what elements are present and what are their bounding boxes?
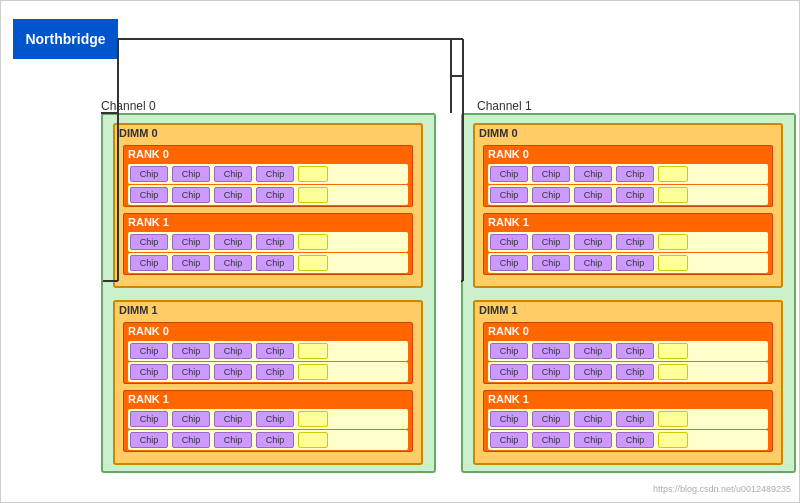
chip-placeholder: [298, 166, 328, 182]
chip: Chip: [490, 234, 528, 250]
rank0-row2: Chip Chip Chip Chip: [128, 185, 408, 205]
chip: Chip: [172, 343, 210, 359]
chip-placeholder: [658, 255, 688, 271]
channel1-dimm1-rank1-label: RANK 1: [484, 391, 772, 407]
channel1-dimm0-rank1: RANK 1 Chip Chip Chip Chip Chip Chip Chi…: [483, 213, 773, 275]
chip-placeholder: [298, 255, 328, 271]
chip: Chip: [172, 364, 210, 380]
ch1-d1-r0-row2: Chip Chip Chip Chip: [488, 362, 768, 382]
ch1-d0-r0-row1: Chip Chip Chip Chip: [488, 164, 768, 184]
chip: Chip: [172, 166, 210, 182]
chip: Chip: [574, 234, 612, 250]
channel0-dimm1-rank1: RANK 1 Chip Chip Chip Chip Chip Chip Chi…: [123, 390, 413, 452]
chip: Chip: [130, 432, 168, 448]
chip: Chip: [532, 343, 570, 359]
chip: Chip: [214, 364, 252, 380]
ch1-d1-r0-row1: Chip Chip Chip Chip: [488, 341, 768, 361]
chip: Chip: [574, 166, 612, 182]
ch1-d0-r1-row2: Chip Chip Chip Chip: [488, 253, 768, 273]
chip-placeholder: [298, 343, 328, 359]
chip: Chip: [172, 234, 210, 250]
chip: Chip: [490, 343, 528, 359]
chip: Chip: [490, 432, 528, 448]
northbridge-label: Northbridge: [25, 31, 105, 47]
chip-placeholder: [658, 166, 688, 182]
channel1-box: DIMM 0 RANK 0 Chip Chip Chip Chip Chip C…: [461, 113, 796, 473]
chip: Chip: [130, 255, 168, 271]
dimm1-rank0-row2: Chip Chip Chip Chip: [128, 362, 408, 382]
chip: Chip: [532, 166, 570, 182]
chip: Chip: [172, 432, 210, 448]
chip-placeholder: [298, 234, 328, 250]
chip-placeholder: [298, 432, 328, 448]
ch1-d0-r0-row2: Chip Chip Chip Chip: [488, 185, 768, 205]
chip: Chip: [490, 411, 528, 427]
channel0-dimm1-rank1-label: RANK 1: [124, 391, 412, 407]
dimm1-rank1-row1: Chip Chip Chip Chip: [128, 409, 408, 429]
channel0-label: Channel 0: [101, 99, 156, 113]
watermark-url: https://blog.csdn.net/u0012489235: [653, 484, 791, 494]
chip: Chip: [490, 255, 528, 271]
chip: Chip: [532, 432, 570, 448]
chip: Chip: [214, 234, 252, 250]
chip-placeholder: [298, 187, 328, 203]
chip: Chip: [532, 364, 570, 380]
chip: Chip: [574, 255, 612, 271]
chip: Chip: [172, 411, 210, 427]
main-container: Northbridge Channel 0 Channel 1 DIMM 0 R…: [0, 0, 800, 503]
chip: Chip: [490, 364, 528, 380]
chip-placeholder: [298, 364, 328, 380]
chip: Chip: [532, 255, 570, 271]
channel0-dimm1-rank0: RANK 0 Chip Chip Chip Chip Chip Chip Chi…: [123, 322, 413, 384]
chip: Chip: [130, 411, 168, 427]
rank1-row1: Chip Chip Chip Chip: [128, 232, 408, 252]
chip: Chip: [616, 411, 654, 427]
chip: Chip: [214, 411, 252, 427]
channel1-dimm1-rank0-label: RANK 0: [484, 323, 772, 339]
chip-placeholder: [658, 343, 688, 359]
chip: Chip: [616, 343, 654, 359]
chip-placeholder: [658, 411, 688, 427]
ch1-d1-r1-row2: Chip Chip Chip Chip: [488, 430, 768, 450]
dimm1-rank0-row1: Chip Chip Chip Chip: [128, 341, 408, 361]
chip: Chip: [574, 432, 612, 448]
channel1-dimm0-rank0: RANK 0 Chip Chip Chip Chip Chip Chip Chi…: [483, 145, 773, 207]
channel1-dimm1-rank0: RANK 0 Chip Chip Chip Chip Chip Chip Chi…: [483, 322, 773, 384]
chip: Chip: [214, 187, 252, 203]
channel1-dimm1-box: DIMM 1 RANK 0 Chip Chip Chip Chip Chip C…: [473, 300, 783, 465]
chip-placeholder: [658, 364, 688, 380]
channel1-dimm0-label: DIMM 0: [475, 125, 781, 141]
dimm1-rank1-row2: Chip Chip Chip Chip: [128, 430, 408, 450]
chip: Chip: [256, 432, 294, 448]
chip: Chip: [490, 166, 528, 182]
chip: Chip: [256, 187, 294, 203]
chip: Chip: [616, 166, 654, 182]
chip-placeholder: [298, 411, 328, 427]
channel1-dimm0-box: DIMM 0 RANK 0 Chip Chip Chip Chip Chip C…: [473, 123, 783, 288]
chip: Chip: [256, 343, 294, 359]
chip: Chip: [172, 187, 210, 203]
chip: Chip: [616, 255, 654, 271]
chip: Chip: [130, 364, 168, 380]
chip: Chip: [130, 187, 168, 203]
chip: Chip: [490, 187, 528, 203]
chip: Chip: [532, 411, 570, 427]
chip: Chip: [256, 364, 294, 380]
channel0-dimm1-box: DIMM 1 RANK 0 Chip Chip Chip Chip Chip C…: [113, 300, 423, 465]
channel1-dimm0-rank1-label: RANK 1: [484, 214, 772, 230]
chip: Chip: [574, 411, 612, 427]
channel1-dimm1-label: DIMM 1: [475, 302, 781, 318]
chip-placeholder: [658, 234, 688, 250]
chip: Chip: [130, 166, 168, 182]
chip: Chip: [214, 343, 252, 359]
chip: Chip: [130, 343, 168, 359]
chip: Chip: [532, 234, 570, 250]
chip: Chip: [574, 187, 612, 203]
chip: Chip: [172, 255, 210, 271]
chip-placeholder: [658, 187, 688, 203]
chip: Chip: [532, 187, 570, 203]
chip: Chip: [214, 432, 252, 448]
chip: Chip: [574, 343, 612, 359]
channel0-dimm0-rank0-label: RANK 0: [124, 146, 412, 162]
chip: Chip: [256, 411, 294, 427]
